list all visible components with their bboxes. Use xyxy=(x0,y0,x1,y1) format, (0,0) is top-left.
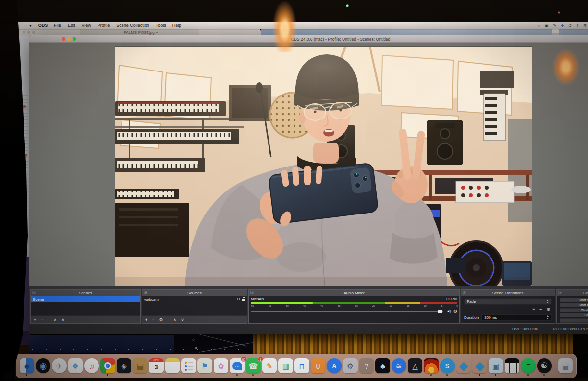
menu-item-file[interactable]: File xyxy=(54,23,61,28)
dock-item-keynote[interactable]: ⊓ xyxy=(294,358,309,373)
duration-field[interactable]: 300 ms xyxy=(481,314,552,321)
sources-tool-icon[interactable]: ∨ xyxy=(181,316,184,324)
dock-item-numbers[interactable]: ▥ xyxy=(278,358,293,373)
transitions-tool-icon[interactable]: − xyxy=(539,306,542,313)
dock-item-launchpad[interactable]: ✈ xyxy=(52,358,67,373)
dock-item-logic-pro[interactable]: ◈ xyxy=(117,358,131,373)
start-recording-button[interactable]: Start Recording xyxy=(560,303,588,307)
menu-item-profile[interactable]: Profile xyxy=(98,23,110,28)
apple-menu[interactable]: ● xyxy=(29,24,32,28)
lock-icon[interactable] xyxy=(242,299,245,301)
transitions-tool-icon[interactable]: ⚙ xyxy=(546,306,551,313)
dock-item-calendar[interactable]: APR3 xyxy=(149,358,164,373)
dock-item-wifi-tool[interactable]: ≋ xyxy=(392,358,406,373)
volume-slider[interactable]: ◄)) ⚙ xyxy=(251,309,457,315)
skype-icon: S xyxy=(445,363,450,369)
audio-mixer-panel: ◳ Audio Mixer Mic/Aux 0.0 dB -60-55-50-4… xyxy=(248,289,460,324)
dock-item-chrome[interactable] xyxy=(100,358,115,373)
detach-icon[interactable]: ◳ xyxy=(144,290,147,294)
dock-item-skype[interactable]: S xyxy=(440,358,455,373)
mixer-gear-icon[interactable]: ⚙ xyxy=(453,309,457,314)
select-stepper-icon[interactable] xyxy=(547,300,549,304)
studio-mode-button[interactable]: Studio Mode xyxy=(560,308,588,312)
inactive-close-icon[interactable] xyxy=(23,31,25,34)
pen-icon[interactable]: ✎ xyxy=(553,22,556,29)
sources-tool-icon[interactable]: − xyxy=(152,316,154,324)
detach-icon[interactable]: ◳ xyxy=(250,290,254,294)
menu-item-view[interactable]: View xyxy=(81,23,91,28)
wifi-icon[interactable]: ≋ xyxy=(583,22,587,29)
source-list-item[interactable]: webcam⊙ xyxy=(142,296,247,302)
dock-item-midi-keyboard[interactable] xyxy=(505,358,519,373)
background-window-titlebar[interactable]: ▪ PALMS-POST.jpg ~ xyxy=(17,29,261,36)
start-streaming-button[interactable]: Start Streaming xyxy=(560,298,588,302)
dock-item-spotify[interactable]: ≡ xyxy=(521,358,536,373)
dock-item-books[interactable]: ∪ xyxy=(311,358,325,373)
dock-item-contacts[interactable]: ▤ xyxy=(133,358,147,373)
ua-meter-icon[interactable]: ◆ xyxy=(561,22,564,29)
sources-tool-icon[interactable]: ⚙ xyxy=(159,316,163,324)
dock-item-facetime[interactable]: ☎1 xyxy=(246,358,261,373)
dock-item-maps[interactable]: ⚑ xyxy=(197,358,212,373)
exit-button[interactable]: Exit xyxy=(560,318,588,323)
menu-item-scene-collection[interactable]: Scene Collection xyxy=(116,23,149,28)
slider-track[interactable] xyxy=(251,311,443,312)
sysprefs-icon: ⚙ xyxy=(347,362,353,370)
menu-item-tools[interactable]: Tools xyxy=(156,23,166,28)
detach-icon[interactable]: ◳ xyxy=(32,290,36,294)
visibility-eye-icon[interactable]: ⊙ xyxy=(237,297,240,301)
duration-stepper-icon[interactable] xyxy=(547,315,549,319)
db-tick-label: -20 xyxy=(389,304,392,308)
dock-item-siri[interactable]: ◉ xyxy=(36,358,50,373)
inactive-zoom-icon[interactable] xyxy=(32,31,35,34)
settings-button[interactable]: Settings xyxy=(560,313,588,317)
dock-item-documents-stack[interactable]: ▤ xyxy=(558,358,573,373)
menu-status-icons: ◒▣✎◆↺‡≋ xyxy=(538,22,588,29)
dock-item-missing-app[interactable]: ? xyxy=(359,358,374,373)
webcam-preview[interactable] xyxy=(115,47,532,286)
dock-item-photo-editor[interactable]: ▣ xyxy=(489,358,503,373)
scenes-toolbar: +−∧∨ xyxy=(31,315,140,323)
background-window-tab[interactable]: ▪ PALMS-POST.jpg ~ xyxy=(80,29,199,36)
key-icon[interactable]: ‡ xyxy=(576,22,579,29)
menu-item-edit[interactable]: Edit xyxy=(68,23,75,28)
sources-tool-icon[interactable]: ∧ xyxy=(173,316,177,324)
dock-item-messages[interactable]: …67 xyxy=(230,358,245,373)
transitions-tool-icon[interactable]: + xyxy=(532,306,535,313)
detach-icon[interactable]: ◳ xyxy=(558,290,562,294)
dock-item-ua-console-1[interactable]: ◆ xyxy=(456,358,471,373)
dock-item-preview[interactable]: ❖ xyxy=(68,358,83,373)
dock-item-spade-skull[interactable]: ♠ xyxy=(375,358,390,373)
scene-list-item[interactable]: Scene xyxy=(31,296,140,302)
dock-item-reminders[interactable] xyxy=(181,358,196,373)
scenes-tool-icon[interactable]: + xyxy=(34,316,36,324)
mixer-db-label: 0.0 dB xyxy=(446,297,457,301)
dock-item-fire[interactable] xyxy=(424,358,439,373)
scenes-tool-icon[interactable]: ∧ xyxy=(54,316,57,324)
inactive-minimize-icon[interactable] xyxy=(27,31,30,34)
speaker-icon[interactable]: ◄)) xyxy=(446,310,451,313)
menu-item-obs[interactable]: OBS xyxy=(38,23,48,28)
menu-item-help[interactable]: Help xyxy=(172,23,182,28)
dock-item-notes[interactable] xyxy=(165,358,180,373)
slider-handle[interactable] xyxy=(438,310,442,313)
dock-item-ua-console-2[interactable]: ◆ xyxy=(472,358,487,373)
db-tick-label: -25 xyxy=(371,304,375,308)
glyph-badge-icon[interactable]: ◒ xyxy=(538,22,540,29)
scenes-tool-icon[interactable]: − xyxy=(41,316,43,324)
dock-item-photos[interactable]: ✿ xyxy=(214,358,228,373)
dock-item-music[interactable]: ♫ xyxy=(84,358,99,373)
scenes-tool-icon[interactable]: ∨ xyxy=(61,316,65,324)
dock-item-prism[interactable]: △ xyxy=(408,358,422,373)
transition-select[interactable]: Fade xyxy=(464,298,552,305)
sources-tool-icon[interactable]: + xyxy=(145,316,147,324)
detach-icon[interactable]: ◳ xyxy=(463,290,466,294)
finder-icon: ☻ xyxy=(23,362,31,370)
dock-item-finder[interactable]: ☻ xyxy=(20,358,34,373)
dock-item-pages[interactable]: ✎ xyxy=(262,358,277,373)
dock-item-obs[interactable]: ☯ xyxy=(537,358,552,373)
dock-item-sysprefs[interactable]: ⚙ xyxy=(343,358,358,373)
dock-item-appstore[interactable]: A xyxy=(327,358,342,373)
dropbox-icon[interactable]: ▣ xyxy=(544,22,548,29)
time-machine-icon[interactable]: ↺ xyxy=(568,22,572,29)
